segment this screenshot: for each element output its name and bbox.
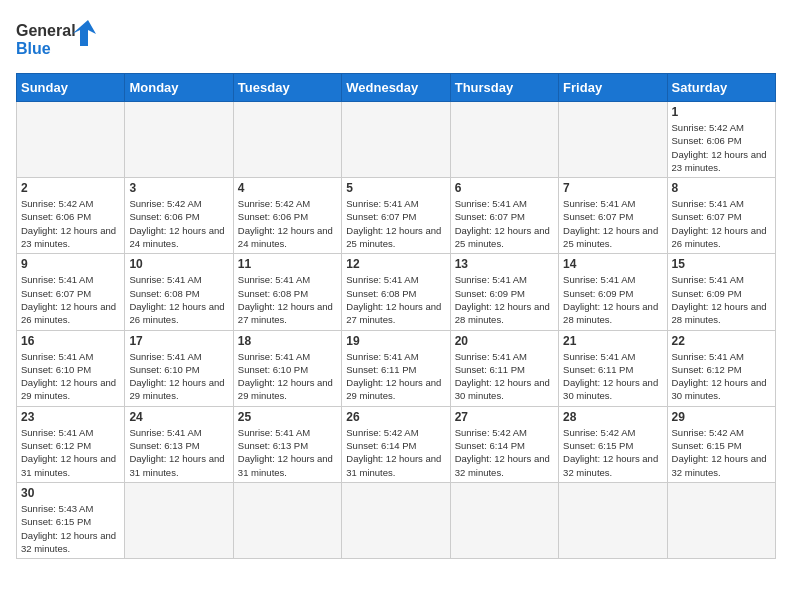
calendar-cell <box>450 482 558 558</box>
calendar-cell: 7Sunrise: 5:41 AM Sunset: 6:07 PM Daylig… <box>559 178 667 254</box>
day-number: 3 <box>129 181 228 195</box>
calendar-cell: 19Sunrise: 5:41 AM Sunset: 6:11 PM Dayli… <box>342 330 450 406</box>
calendar-cell: 30Sunrise: 5:43 AM Sunset: 6:15 PM Dayli… <box>17 482 125 558</box>
calendar-cell: 26Sunrise: 5:42 AM Sunset: 6:14 PM Dayli… <box>342 406 450 482</box>
day-info: Sunrise: 5:41 AM Sunset: 6:09 PM Dayligh… <box>672 273 771 326</box>
svg-text:Blue: Blue <box>16 40 51 57</box>
calendar-cell: 28Sunrise: 5:42 AM Sunset: 6:15 PM Dayli… <box>559 406 667 482</box>
day-number: 4 <box>238 181 337 195</box>
day-number: 7 <box>563 181 662 195</box>
weekday-header-thursday: Thursday <box>450 74 558 102</box>
svg-text:General: General <box>16 22 76 39</box>
calendar-cell: 5Sunrise: 5:41 AM Sunset: 6:07 PM Daylig… <box>342 178 450 254</box>
day-number: 16 <box>21 334 120 348</box>
day-number: 18 <box>238 334 337 348</box>
weekday-header-monday: Monday <box>125 74 233 102</box>
calendar-cell: 13Sunrise: 5:41 AM Sunset: 6:09 PM Dayli… <box>450 254 558 330</box>
day-info: Sunrise: 5:41 AM Sunset: 6:08 PM Dayligh… <box>238 273 337 326</box>
day-info: Sunrise: 5:41 AM Sunset: 6:07 PM Dayligh… <box>672 197 771 250</box>
calendar-cell: 1Sunrise: 5:42 AM Sunset: 6:06 PM Daylig… <box>667 102 775 178</box>
logo-icon: General Blue <box>16 16 96 61</box>
day-number: 13 <box>455 257 554 271</box>
day-info: Sunrise: 5:41 AM Sunset: 6:10 PM Dayligh… <box>21 350 120 403</box>
day-info: Sunrise: 5:41 AM Sunset: 6:07 PM Dayligh… <box>563 197 662 250</box>
calendar-row-2: 2Sunrise: 5:42 AM Sunset: 6:06 PM Daylig… <box>17 178 776 254</box>
day-info: Sunrise: 5:41 AM Sunset: 6:13 PM Dayligh… <box>129 426 228 479</box>
calendar-cell <box>17 102 125 178</box>
calendar-cell: 11Sunrise: 5:41 AM Sunset: 6:08 PM Dayli… <box>233 254 341 330</box>
day-info: Sunrise: 5:42 AM Sunset: 6:06 PM Dayligh… <box>129 197 228 250</box>
day-number: 27 <box>455 410 554 424</box>
day-number: 12 <box>346 257 445 271</box>
calendar-cell: 9Sunrise: 5:41 AM Sunset: 6:07 PM Daylig… <box>17 254 125 330</box>
day-number: 29 <box>672 410 771 424</box>
calendar-cell <box>233 102 341 178</box>
calendar-cell: 29Sunrise: 5:42 AM Sunset: 6:15 PM Dayli… <box>667 406 775 482</box>
calendar-cell: 10Sunrise: 5:41 AM Sunset: 6:08 PM Dayli… <box>125 254 233 330</box>
svg-marker-2 <box>72 20 96 46</box>
calendar-cell <box>559 102 667 178</box>
calendar-cell <box>125 102 233 178</box>
weekday-header-wednesday: Wednesday <box>342 74 450 102</box>
day-info: Sunrise: 5:42 AM Sunset: 6:15 PM Dayligh… <box>672 426 771 479</box>
day-number: 6 <box>455 181 554 195</box>
weekday-header-friday: Friday <box>559 74 667 102</box>
calendar-row-4: 16Sunrise: 5:41 AM Sunset: 6:10 PM Dayli… <box>17 330 776 406</box>
day-number: 28 <box>563 410 662 424</box>
page-header: General Blue <box>16 16 776 61</box>
calendar-cell: 12Sunrise: 5:41 AM Sunset: 6:08 PM Dayli… <box>342 254 450 330</box>
calendar-cell: 2Sunrise: 5:42 AM Sunset: 6:06 PM Daylig… <box>17 178 125 254</box>
calendar-cell: 22Sunrise: 5:41 AM Sunset: 6:12 PM Dayli… <box>667 330 775 406</box>
calendar-row-3: 9Sunrise: 5:41 AM Sunset: 6:07 PM Daylig… <box>17 254 776 330</box>
day-info: Sunrise: 5:41 AM Sunset: 6:07 PM Dayligh… <box>346 197 445 250</box>
day-number: 21 <box>563 334 662 348</box>
day-info: Sunrise: 5:41 AM Sunset: 6:07 PM Dayligh… <box>21 273 120 326</box>
calendar-cell: 6Sunrise: 5:41 AM Sunset: 6:07 PM Daylig… <box>450 178 558 254</box>
day-info: Sunrise: 5:41 AM Sunset: 6:12 PM Dayligh… <box>21 426 120 479</box>
day-info: Sunrise: 5:42 AM Sunset: 6:06 PM Dayligh… <box>21 197 120 250</box>
day-info: Sunrise: 5:41 AM Sunset: 6:10 PM Dayligh… <box>238 350 337 403</box>
logo: General Blue <box>16 16 96 61</box>
weekday-header-row: SundayMondayTuesdayWednesdayThursdayFrid… <box>17 74 776 102</box>
day-info: Sunrise: 5:42 AM Sunset: 6:06 PM Dayligh… <box>238 197 337 250</box>
day-number: 1 <box>672 105 771 119</box>
day-number: 22 <box>672 334 771 348</box>
day-info: Sunrise: 5:41 AM Sunset: 6:09 PM Dayligh… <box>563 273 662 326</box>
day-info: Sunrise: 5:42 AM Sunset: 6:15 PM Dayligh… <box>563 426 662 479</box>
day-number: 23 <box>21 410 120 424</box>
calendar-cell <box>559 482 667 558</box>
weekday-header-sunday: Sunday <box>17 74 125 102</box>
calendar-cell <box>667 482 775 558</box>
day-number: 9 <box>21 257 120 271</box>
day-number: 2 <box>21 181 120 195</box>
day-number: 20 <box>455 334 554 348</box>
calendar-cell: 20Sunrise: 5:41 AM Sunset: 6:11 PM Dayli… <box>450 330 558 406</box>
day-number: 24 <box>129 410 228 424</box>
day-info: Sunrise: 5:41 AM Sunset: 6:11 PM Dayligh… <box>563 350 662 403</box>
day-number: 17 <box>129 334 228 348</box>
calendar-cell: 16Sunrise: 5:41 AM Sunset: 6:10 PM Dayli… <box>17 330 125 406</box>
calendar-row-6: 30Sunrise: 5:43 AM Sunset: 6:15 PM Dayli… <box>17 482 776 558</box>
day-info: Sunrise: 5:43 AM Sunset: 6:15 PM Dayligh… <box>21 502 120 555</box>
calendar-cell: 14Sunrise: 5:41 AM Sunset: 6:09 PM Dayli… <box>559 254 667 330</box>
calendar-cell: 27Sunrise: 5:42 AM Sunset: 6:14 PM Dayli… <box>450 406 558 482</box>
calendar-cell: 3Sunrise: 5:42 AM Sunset: 6:06 PM Daylig… <box>125 178 233 254</box>
weekday-header-saturday: Saturday <box>667 74 775 102</box>
calendar-cell <box>342 102 450 178</box>
day-info: Sunrise: 5:41 AM Sunset: 6:09 PM Dayligh… <box>455 273 554 326</box>
day-info: Sunrise: 5:41 AM Sunset: 6:13 PM Dayligh… <box>238 426 337 479</box>
day-number: 5 <box>346 181 445 195</box>
day-info: Sunrise: 5:41 AM Sunset: 6:11 PM Dayligh… <box>346 350 445 403</box>
calendar-cell <box>233 482 341 558</box>
day-number: 26 <box>346 410 445 424</box>
day-info: Sunrise: 5:42 AM Sunset: 6:14 PM Dayligh… <box>455 426 554 479</box>
day-info: Sunrise: 5:41 AM Sunset: 6:11 PM Dayligh… <box>455 350 554 403</box>
calendar-cell <box>450 102 558 178</box>
day-number: 10 <box>129 257 228 271</box>
day-info: Sunrise: 5:41 AM Sunset: 6:08 PM Dayligh… <box>346 273 445 326</box>
day-info: Sunrise: 5:41 AM Sunset: 6:10 PM Dayligh… <box>129 350 228 403</box>
calendar-row-5: 23Sunrise: 5:41 AM Sunset: 6:12 PM Dayli… <box>17 406 776 482</box>
calendar-row-1: 1Sunrise: 5:42 AM Sunset: 6:06 PM Daylig… <box>17 102 776 178</box>
calendar-cell: 18Sunrise: 5:41 AM Sunset: 6:10 PM Dayli… <box>233 330 341 406</box>
day-info: Sunrise: 5:41 AM Sunset: 6:07 PM Dayligh… <box>455 197 554 250</box>
